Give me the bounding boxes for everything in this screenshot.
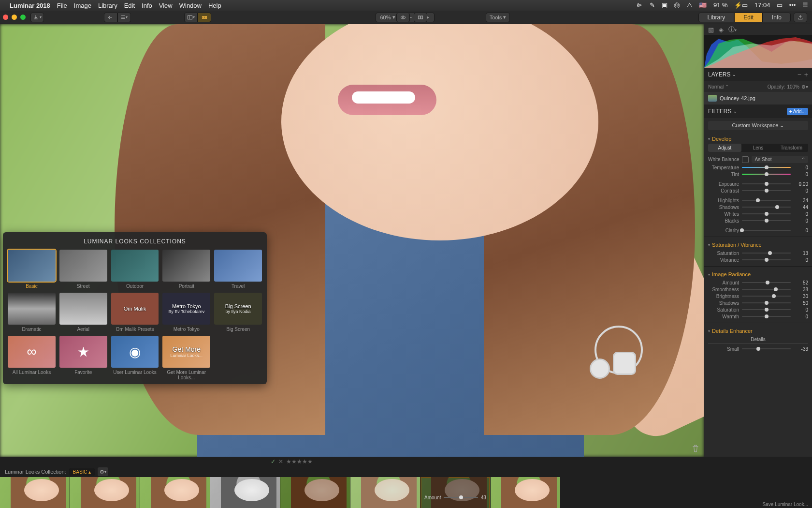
blend-mode[interactable]: Normal ⌃: [708, 84, 729, 90]
tab-library[interactable]: Library: [698, 13, 735, 22]
import-button[interactable]: ▾: [30, 13, 44, 22]
more-icon[interactable]: •••: [789, 1, 796, 9]
slider-whites[interactable]: Whites 0: [708, 210, 808, 217]
reject-icon[interactable]: ✕: [278, 458, 283, 465]
tools-menu[interactable]: Tools ▾: [486, 13, 510, 22]
wb-mode[interactable]: As Shot ⌃: [752, 156, 808, 163]
collection-favorite[interactable]: ★Favorite: [59, 336, 107, 380]
checkmark-icon[interactable]: ✓: [271, 458, 276, 465]
collection-street[interactable]: Street: [59, 250, 107, 289]
layer-row[interactable]: Quincey-42.jpg: [704, 92, 812, 105]
collection-big-screen[interactable]: Big Screenby Ilya NodiaBig Screen: [214, 293, 262, 332]
section-develop[interactable]: ▾Develop: [708, 134, 808, 144]
app-name[interactable]: Luminar 2018: [10, 2, 50, 9]
discard-icon[interactable]: [691, 444, 700, 453]
history-button[interactable]: ☰▾: [117, 13, 131, 22]
opacity-value[interactable]: 100%: [787, 84, 799, 90]
histogram[interactable]: [704, 35, 812, 68]
section-saturation[interactable]: ▾Saturation / Vibrance: [708, 240, 808, 250]
slider-brightness[interactable]: Brightness 30: [708, 293, 808, 299]
fullscreen-window-button[interactable]: [20, 15, 26, 20]
subtab-transform[interactable]: Transform: [775, 144, 808, 152]
flag-us-icon[interactable]: 🇺🇸: [699, 1, 707, 9]
slider-amount[interactable]: Amount 52: [708, 279, 808, 286]
layer-gear-icon[interactable]: ⚙▾: [801, 84, 808, 90]
evernote-icon[interactable]: ✎: [650, 1, 655, 9]
notifications-icon[interactable]: ☰: [802, 1, 808, 9]
section-radiance[interactable]: ▾Image Radiance: [708, 269, 808, 279]
tab-info[interactable]: Info: [763, 13, 791, 22]
look-tonal-compressor[interactable]: Tonal Compressor★: [491, 477, 560, 508]
add-filter-button[interactable]: + Add...: [787, 108, 808, 115]
collection-user[interactable]: ◉User Luminar Looks: [111, 336, 159, 380]
slider-tint[interactable]: Tint 0: [708, 171, 808, 178]
look-foggy-day[interactable]: Foggy Day★: [350, 477, 420, 508]
slider-contrast[interactable]: Contrast 0: [708, 187, 808, 194]
menu-window[interactable]: Window: [179, 2, 202, 9]
section-details[interactable]: ▾Details Enhancer: [708, 326, 808, 336]
slider-shadows[interactable]: Shadows 50: [708, 299, 808, 306]
collection-outdoor[interactable]: Outdoor: [111, 250, 159, 289]
minimize-window-button[interactable]: [12, 15, 17, 20]
slider-shadows[interactable]: Shadows 44: [708, 204, 808, 210]
slider-small[interactable]: Small -33: [708, 345, 808, 352]
workspace-selector[interactable]: Custom Workspace ⌄: [708, 121, 808, 130]
textinput-icon[interactable]: ㊞: [674, 1, 680, 9]
wb-picker-icon[interactable]: [742, 156, 749, 163]
layers-icon[interactable]: ◈: [719, 26, 724, 33]
subtab-adjust[interactable]: Adjust: [708, 144, 741, 152]
menu-image[interactable]: Image: [74, 2, 91, 9]
share-button[interactable]: [794, 13, 807, 22]
slider-vibrance[interactable]: Vibrance 0: [708, 256, 808, 263]
menu-file[interactable]: File: [57, 2, 67, 9]
collection-aerial[interactable]: Aerial: [59, 293, 107, 332]
menu-library[interactable]: Library: [98, 2, 117, 9]
menu-edit[interactable]: Edit: [124, 2, 135, 9]
info-icon[interactable]: ⓘ▾: [728, 25, 737, 34]
slider-temperature[interactable]: Temperature 0: [708, 164, 808, 171]
slider-exposure[interactable]: Exposure 0,00: [708, 180, 808, 187]
collection-all[interactable]: ∞All Luminar Looks: [8, 336, 56, 380]
look-sky-enhancer[interactable]: Sky Enhancer★: [140, 477, 210, 508]
slider-blacks[interactable]: Blacks 0: [708, 217, 808, 224]
look-soft-airy[interactable]: Amount43Soft & Airy★: [420, 477, 490, 508]
save-look-button[interactable]: Save Luminar Look...: [763, 502, 809, 507]
collapse-icon[interactable]: −: [798, 71, 801, 78]
collection-basic[interactable]: Basic: [8, 250, 56, 289]
slider-smoothness[interactable]: Smoothness 38: [708, 286, 808, 293]
collection-portrait[interactable]: Portrait: [162, 250, 210, 289]
subtab-lens[interactable]: Lens: [741, 144, 775, 152]
dropbox-icon[interactable]: ⫸: [637, 1, 643, 9]
slider-saturation[interactable]: Saturation 13: [708, 250, 808, 256]
menu-help[interactable]: Help: [208, 2, 221, 9]
look-mild-image-enhancer[interactable]: Mild Image Enhancer★: [0, 477, 70, 508]
wifi-icon[interactable]: ⧋: [687, 1, 693, 9]
collection-metro-tokyo[interactable]: Metro TokyoBy Ev TchebotarevMetro Tokyo: [162, 293, 210, 332]
controlcenter-icon[interactable]: ▭: [777, 1, 783, 9]
collection-get-more[interactable]: Get MoreLuminar Looks...Get More Luminar…: [162, 336, 210, 380]
image-canvas[interactable]: LUMINAR LOOKS COLLECTIONS Basic Street O…: [0, 24, 704, 457]
histogram-toggle-icon[interactable]: ▧: [708, 26, 714, 33]
close-window-button[interactable]: [3, 15, 8, 20]
menu-info[interactable]: Info: [142, 2, 152, 9]
add-layer-icon[interactable]: +: [804, 71, 808, 78]
compare-button[interactable]: [414, 13, 427, 22]
collection-dramatic[interactable]: Dramatic: [8, 293, 56, 332]
slider-highlights[interactable]: Highlights -34: [708, 197, 808, 204]
slider-saturation[interactable]: Saturation 0: [708, 306, 808, 313]
slider-warmth[interactable]: Warmth 0: [708, 313, 808, 320]
menu-view[interactable]: View: [159, 2, 173, 9]
star-rating[interactable]: ★★★★★: [286, 458, 313, 465]
look-vivid[interactable]: Vivid★: [70, 477, 140, 508]
undo-button[interactable]: [104, 13, 117, 22]
view-single-button[interactable]: ▾: [184, 13, 198, 22]
look-classic-b-w[interactable]: Classic B&W★: [210, 477, 280, 508]
look-fix-dark-photos[interactable]: Fix Dark Photos★: [280, 477, 350, 508]
slider-clarity[interactable]: Clarity 0: [708, 227, 808, 234]
collection-om-malik[interactable]: Om MalikOm Malik Presets: [111, 293, 159, 332]
filmstrip-gear-icon[interactable]: ⚙▾: [98, 467, 108, 476]
calendar-icon[interactable]: ▣: [662, 1, 667, 9]
layers-panel-header[interactable]: LAYERS⌄ − +: [704, 68, 812, 81]
collection-travel[interactable]: Travel: [214, 250, 262, 289]
preview-toggle-button[interactable]: [396, 13, 410, 22]
